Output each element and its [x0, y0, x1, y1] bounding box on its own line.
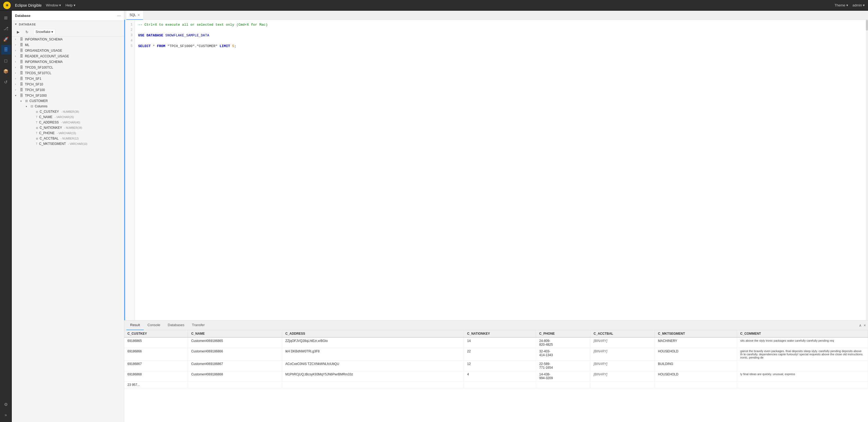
chevron-down-icon: ▾ [15, 94, 18, 97]
cell-address: lkH DKBdNW0TRi,g3F8 [282, 348, 464, 361]
cell-nationkey [464, 382, 536, 388]
history-icon[interactable]: ↺ [1, 77, 11, 87]
refresh-button[interactable]: ↻ [24, 29, 30, 35]
sidebar-item-c-acctbal[interactable]: ⊞ C_ACCTBAL - NUMBER(12) [12, 136, 124, 141]
semicolon: ; [234, 44, 237, 48]
tab-sql[interactable]: SQL × [126, 11, 143, 20]
col-label: C_ADDRESS [39, 120, 59, 124]
item-label: TPCH_SF10 [25, 83, 43, 86]
topbar: ☀ Eclipse Dirigible Window ▾ Help ▾ Them… [0, 0, 868, 11]
database-icon[interactable]: 🗄 [1, 45, 11, 55]
grid-icon[interactable]: ⊞ [1, 13, 11, 23]
nav-window[interactable]: Window ▾ [46, 3, 61, 7]
tab-console-label: Console [148, 323, 160, 327]
sidebar-item-tpch-sf100[interactable]: › 🗄 TPCH_SF100 [12, 87, 124, 93]
tab-databases[interactable]: Databases [164, 321, 188, 330]
chevron-right-icon: › [15, 66, 18, 69]
item-label: TPCH_SF1 [25, 77, 41, 81]
line-num-3: 3 [124, 33, 135, 38]
sql-editor[interactable]: 1 2 3 4 5 -- Ctrl+X to execute all or se… [124, 20, 868, 320]
sidebar-item-information-schema[interactable]: › 🗄 INFORMATION_SCHEMA [12, 59, 124, 64]
monitor-icon[interactable]: ◻ [1, 56, 11, 65]
cell-comment: sits above the slyly ironic packages wak… [737, 337, 868, 348]
nav-help[interactable]: Help ▾ [65, 3, 75, 7]
tab-transfer-label: Transfer [192, 323, 205, 327]
sql-tab-bar: SQL × [124, 11, 868, 20]
text-col-icon: T [36, 132, 37, 135]
deploy-icon[interactable]: 🚀 [1, 34, 11, 44]
db-toolbar: ▶ ↻ Snowflake ▾ [12, 28, 124, 36]
sidebar-item-columns[interactable]: ▾ ⊟ Columns [12, 103, 124, 109]
sidebar-item-c-mktsegment[interactable]: T C_MKTSEGMENT - VARCHAR(10) [12, 141, 124, 147]
cell-address: ACoCxeC0NIS TZCXNkWNLfciUbQU [282, 361, 464, 371]
text-col-icon: T [36, 143, 37, 145]
table-row: 69186866 Customer#069186866 lkH DKBdNW0T… [124, 348, 868, 361]
col-label: C_CUSTKEY [40, 110, 59, 114]
vertical-scrollbar[interactable] [866, 20, 868, 320]
theme-dropdown[interactable]: Theme ▾ [835, 3, 848, 7]
result-table[interactable]: C_CUSTKEY C_NAME C_ADDRESS C_NATIONKEY C… [124, 330, 868, 422]
settings-icon[interactable]: ⚙ [1, 399, 11, 409]
sidebar-item-tpch-sf10[interactable]: › 🗄 TPCH_SF10 [12, 82, 124, 87]
limit-val: 5 [232, 44, 234, 48]
sidebar-item-reader-account-usage[interactable]: › 🗄 READER_ACCOUNT_USAGE [12, 53, 124, 59]
item-label: TPCDS_SF10TCL [25, 71, 52, 75]
col-type: - VARCHAR(25) [55, 116, 74, 119]
play-button[interactable]: ▶ [15, 29, 22, 35]
col-header-comment: C_COMMENT [737, 330, 868, 337]
tab-sql-label: SQL [130, 13, 136, 17]
sidebar-item-c-nationkey[interactable]: ⊞ C_NATIONKEY - NUMBER(38) [12, 125, 124, 130]
sidebar-more-button[interactable]: ··· [117, 13, 121, 18]
code-lines[interactable]: -- Ctrl+X to execute all or selected tex… [135, 20, 868, 320]
chevron-right-icon: › [15, 49, 18, 52]
line-num-4: 4 [124, 38, 135, 43]
sidebar-item-tpch-sf1000[interactable]: ▾ 🗄 TPCH_SF1000 [12, 93, 124, 98]
item-label: CUSTOMER [29, 99, 48, 103]
sidebar-item-organization-usage[interactable]: › 🗄 ORGANIZATION_USAGE [12, 48, 124, 53]
sidebar-item-tpcds-sf10tcl[interactable]: › 🗄 TPCDS_SF10TCL [12, 70, 124, 76]
cell-mktsegment [655, 382, 737, 388]
snowflake-label: Snowflake [36, 30, 50, 34]
snowflake-dropdown[interactable]: Snowflake ▾ [33, 29, 55, 35]
comment-text: -- Ctrl+X to execute all or selected tex… [138, 23, 268, 27]
sidebar-item-information-schema-top[interactable]: › 🗄 INFORMATION_SCHEMA [12, 36, 124, 42]
admin-dropdown[interactable]: admin ▾ [852, 3, 865, 7]
col-label: C_PHONE [39, 131, 55, 135]
item-label: READER_ACCOUNT_USAGE [25, 54, 69, 58]
sidebar-item-c-name[interactable]: T C_NAME - VARCHAR(25) [12, 114, 124, 120]
sidebar-item-tpch-sf1[interactable]: › 🗄 TPCH_SF1 [12, 76, 124, 82]
col-header-address: C_ADDRESS [282, 330, 464, 337]
sidebar-item-ml[interactable]: › 🗄 ML [12, 42, 124, 48]
tab-transfer[interactable]: Transfer [188, 321, 209, 330]
sidebar-title: Database [15, 14, 31, 18]
sidebar-item-c-custkey[interactable]: ⊞ C_CUSTKEY - NUMBER(38) [12, 109, 124, 114]
sidebar-item-customer[interactable]: ▾ ⊞ CUSTOMER [12, 98, 124, 103]
sidebar-item-c-phone[interactable]: T C_PHONE - VARCHAR(15) [12, 130, 124, 136]
close-result-button[interactable]: × [864, 323, 866, 328]
col-type: - NUMBER(12) [61, 137, 79, 140]
cell-name: Customer#069186868 [188, 371, 282, 382]
close-tab-button[interactable]: × [137, 13, 140, 17]
cell-comment [737, 382, 868, 388]
db-icon: 🗄 [20, 93, 23, 97]
sidebar-item-tpcds-sf100tcl[interactable]: › 🗄 TPCDS_SF100TCL [12, 64, 124, 70]
cell-custkey: 23 957... [124, 382, 188, 388]
packages-icon[interactable]: 📦 [1, 66, 11, 76]
topbar-right: Theme ▾ admin ▾ [835, 3, 865, 7]
tab-result[interactable]: Result [126, 321, 144, 330]
col-type: - VARCHAR(15) [57, 132, 76, 135]
cell-acctbal: [BINARY] [590, 337, 655, 348]
tab-console[interactable]: Console [144, 321, 164, 330]
sidebar-item-c-address[interactable]: T C_ADDRESS - VARCHAR(40) [12, 120, 124, 125]
cell-name: Customer#069186866 [188, 348, 282, 361]
chevron-down-icon: ▾ [52, 30, 53, 34]
col-type: - VARCHAR(10) [68, 143, 87, 145]
cell-custkey: 69186866 [124, 348, 188, 361]
cell-nationkey: 12 [464, 361, 536, 371]
scrollbar-thumb[interactable] [866, 20, 868, 31]
more-icon[interactable]: » [1, 410, 11, 420]
active-line-indicator [124, 20, 125, 320]
collapse-button[interactable]: ∧ [859, 323, 862, 328]
git-icon[interactable]: ⎇ [1, 24, 11, 33]
col-header-nationkey: C_NATIONKEY [464, 330, 536, 337]
